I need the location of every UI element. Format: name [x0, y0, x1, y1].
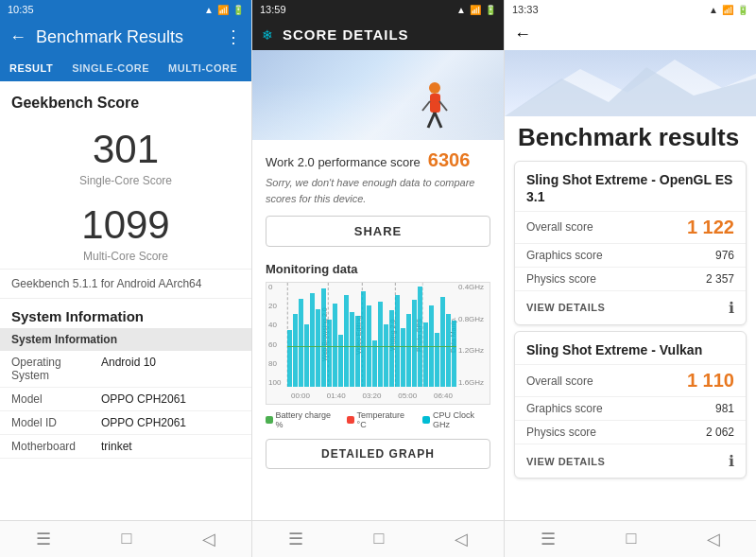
nav-bar-1: ☰ □ ◁: [0, 520, 251, 557]
panel-score-details: 13:59 ▲ 📶 🔋 ❄ SCORE DETAILS Work 2.0 per…: [252, 0, 505, 557]
info-key-model: Model: [11, 392, 101, 406]
bar: [446, 314, 451, 387]
card-opengl-graphics: Graphics score 976: [515, 243, 746, 267]
sorry-text: Sorry, we don't have enough data to comp…: [252, 175, 504, 216]
bar: [406, 314, 411, 387]
content-2: Work 2.0 performance score 6306 Sorry, w…: [252, 140, 504, 520]
opengl-physics-value: 2 357: [706, 272, 734, 286]
multi-core-block: 1099 Multi-Core Score: [0, 193, 251, 269]
card-opengl: Sling Shot Extreme - OpenGL ES 3.1 Overa…: [514, 161, 747, 325]
score-row-2: Work 2.0 performance score 6306: [252, 140, 504, 175]
bar: [293, 314, 298, 387]
header-title-1: Benchmark Results: [36, 27, 215, 47]
nav-back-2[interactable]: ◁: [455, 529, 468, 549]
svg-point-0: [429, 82, 440, 94]
tab-result[interactable]: RESULT: [0, 55, 62, 83]
info-key-motherboard: Motherboard: [11, 440, 101, 453]
more-button-1[interactable]: ⋮: [225, 26, 242, 47]
wifi-icon: ▲: [204, 5, 214, 15]
nav-menu-1[interactable]: ☰: [36, 529, 51, 549]
svg-line-4: [422, 101, 430, 111]
battery-icon: 🔋: [232, 5, 244, 15]
share-icon-2[interactable]: ℹ: [729, 452, 734, 470]
multi-core-score: 1099: [0, 202, 251, 248]
bar: [299, 299, 303, 388]
card-vulkan-overall: Overall score 1 110: [515, 364, 746, 396]
score-label-2: Work 2.0 performance score: [266, 155, 421, 169]
bar: [310, 293, 315, 387]
bar: [327, 320, 332, 388]
info-key-os: Operating System: [11, 356, 101, 382]
share-button[interactable]: SHARE: [266, 216, 490, 247]
bar: [401, 328, 405, 387]
info-row-model-id: Model ID OPPO CPH2061: [0, 411, 251, 435]
panel-benchmark-results: 13:33 ▲ 📶 🔋 ← Benchmark results Sling Sh…: [505, 0, 756, 557]
nav-back-3[interactable]: ◁: [707, 529, 720, 549]
svg-line-3: [435, 113, 441, 128]
nav-square-3[interactable]: □: [627, 529, 637, 549]
status-bar-1: 10:35 ▲ 📶 🔋: [0, 0, 251, 19]
tab-single-core[interactable]: SINGLE-CORE: [62, 55, 159, 81]
chart-area: 100 80 60 40 20 0 1.6GHz 1.2GHz 0.8GHz 0…: [266, 282, 490, 405]
opengl-physics-label: Physics score: [526, 272, 596, 286]
card-vulkan-title: Sling Shot Extreme - Vulkan: [515, 332, 746, 364]
bar: [395, 295, 400, 387]
nav-menu-2[interactable]: ☰: [288, 529, 303, 549]
bar: [423, 322, 428, 387]
bar: [435, 333, 439, 387]
bar: [452, 321, 456, 387]
opengl-overall-value: 1 122: [687, 217, 734, 238]
vulkan-physics-label: Physics score: [526, 426, 596, 439]
nav-square-2[interactable]: □: [374, 529, 385, 549]
status-time-3: 13:33: [512, 4, 539, 15]
header-3: ←: [505, 19, 756, 50]
header-1: ← Benchmark Results ⋮: [0, 19, 251, 55]
bar: [418, 287, 422, 387]
signal-icon: 📶: [217, 5, 229, 15]
status-bar-2: 13:59 ▲ 📶 🔋: [252, 0, 504, 19]
benchmark-results-title: Benchmark results: [505, 116, 756, 155]
svg-rect-1: [430, 94, 440, 113]
back-button-3[interactable]: ←: [514, 25, 531, 44]
version-text: Geekbench 5.1.1 for Android AArch64: [0, 269, 251, 299]
vulkan-graphics-label: Graphics score: [526, 402, 603, 415]
battery-icon-3: 🔋: [737, 5, 748, 15]
battery-icon-2: 🔋: [485, 5, 496, 15]
opengl-graphics-value: 976: [715, 249, 734, 262]
bar: [384, 324, 388, 387]
vulkan-overall-label: Overall score: [526, 374, 593, 388]
info-row-motherboard: Motherboard trinket: [0, 435, 251, 459]
bar: [316, 309, 320, 388]
content-3: Sling Shot Extreme - OpenGL ES 3.1 Overa…: [505, 155, 756, 520]
bar: [350, 312, 354, 387]
nav-back-1[interactable]: ◁: [202, 529, 215, 549]
detailed-graph-button[interactable]: DETAILED GRAPH: [266, 439, 490, 469]
bar: [440, 297, 445, 387]
legend-battery: Battery charge %: [266, 410, 337, 429]
info-val-motherboard: trinket: [101, 440, 132, 453]
card-opengl-title: Sling Shot Extreme - OpenGL ES 3.1: [515, 162, 746, 211]
monitoring-title: Monitoring data: [252, 258, 504, 282]
svg-line-5: [439, 101, 447, 111]
status-time-2: 13:59: [260, 4, 286, 15]
geekbench-score-title: Geekbench Score: [0, 83, 251, 117]
header-2: ❄ SCORE DETAILS: [252, 19, 504, 50]
header-title-2: SCORE DETAILS: [283, 26, 409, 43]
card-opengl-physics: Physics score 2 357: [515, 267, 746, 290]
opengl-view-details[interactable]: VIEW DETAILS ℹ: [515, 290, 746, 324]
nav-menu-3[interactable]: ☰: [541, 529, 556, 549]
snowflake-icon: ❄: [262, 27, 273, 43]
vulkan-overall-value: 1 110: [687, 370, 734, 392]
tab-multi-core[interactable]: MULTI-CORE: [159, 55, 247, 81]
info-row-os: Operating System Android 10: [0, 351, 251, 388]
opengl-graphics-label: Graphics score: [526, 249, 603, 262]
vulkan-view-details[interactable]: VIEW DETAILS ℹ: [515, 444, 746, 478]
back-button-1[interactable]: ←: [9, 27, 26, 47]
vulkan-graphics-value: 981: [715, 402, 734, 415]
nav-square-1[interactable]: □: [122, 529, 132, 549]
card-opengl-overall: Overall score 1 122: [515, 211, 746, 243]
opengl-overall-label: Overall score: [526, 220, 593, 234]
bar: [338, 335, 343, 387]
share-icon-1[interactable]: ℹ: [729, 299, 734, 317]
battery-line: [287, 346, 456, 348]
